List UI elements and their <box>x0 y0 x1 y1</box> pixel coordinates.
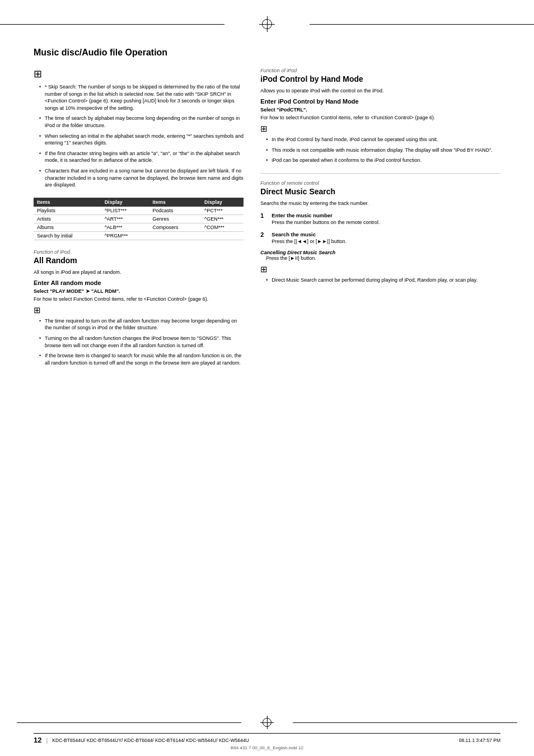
left-column: ⊞ * Skip Search: The number of songs to … <box>34 68 243 372</box>
step-1-desc: Press the number buttons on the remote c… <box>271 219 500 226</box>
step-2-title: Search the music <box>271 231 500 238</box>
list-item: Characters that are included in a song n… <box>39 167 243 189</box>
ipod-control-bullets: In the iPod Control by hand mode, iPod c… <box>260 136 500 164</box>
step-1: 1 Enter the music number Press the numbe… <box>260 212 500 226</box>
step-number-1: 1 <box>260 212 268 226</box>
step-1-title: Enter the music number <box>271 212 500 219</box>
note-icon-right: ⊞ <box>260 124 500 134</box>
all-random-desc: All songs in iPod are played at random. <box>34 269 243 275</box>
list-item: Turning on the all random function chang… <box>39 335 243 349</box>
enter-all-random-subtitle: Select "PLAY MODE" ➤ "ALL RDM". <box>34 288 243 294</box>
timestamp: 08.11.1 3:47:57 PM <box>459 738 500 743</box>
section-divider <box>260 173 500 174</box>
table-row: Artists ^ART*** Genres ^GEN*** <box>34 214 243 223</box>
ipod-control-desc: Allows you to operate iPod with the cont… <box>260 88 500 94</box>
function-label: Function of iPod <box>34 249 243 255</box>
right-column: Function of iPod iPod Control by Hand Mo… <box>260 68 500 372</box>
table-row: Albums ^ALB*** Composers ^COM*** <box>34 223 243 231</box>
direct-music-section: Function of remote control Direct Music … <box>260 180 500 283</box>
ipod-control-title: iPod Control by Hand Mode <box>260 74 500 83</box>
note-icon: ⊞ <box>34 68 243 80</box>
cancelling-title: Cancelling Direct Music Search <box>260 250 500 255</box>
page-number: 12 <box>34 736 41 744</box>
list-item: The time required to turn on the all ran… <box>39 318 243 332</box>
display-table-wrapper: Items Display Items Display Playlists ^P… <box>34 193 243 240</box>
list-item: If the browse item is changed to search … <box>39 352 243 366</box>
list-item: iPod can be operated when it conforms to… <box>266 157 500 164</box>
search-table: Items Display Items Display Playlists ^P… <box>34 198 243 240</box>
direct-music-desc: Searchs the music by entering the track … <box>260 200 500 206</box>
list-item: When selecting an initial in the alphabe… <box>39 133 243 147</box>
step-number-2: 2 <box>260 231 268 245</box>
table-row: Search by initial ^PRGM*** <box>34 231 243 240</box>
all-random-bullets: The time required to turn on the all ran… <box>34 318 243 367</box>
step-2-desc: Press the [|◄◄] or [►►|] button. <box>271 238 500 245</box>
enter-all-random-title: Enter All random mode <box>34 279 243 286</box>
list-item: The time of search by alphabet may becom… <box>39 115 243 129</box>
enter-ipod-title: Enter iPod Control by Hand Mode <box>260 98 500 105</box>
model-numbers: KDC-BT6544U/ KDC-BT6544UY/ KDC-BT6044/ K… <box>52 738 249 743</box>
file-info: B64 431 7 00_00_E_English.indd 12 <box>0 745 534 750</box>
direct-music-title: Direct Music Search <box>260 187 500 196</box>
cancelling-bullets: Direct Music Search cannot be performed … <box>260 277 500 284</box>
step-2: 2 Search the music Press the [|◄◄] or [►… <box>260 231 500 245</box>
note-icon-small: ⊞ <box>34 305 243 315</box>
ipod-control-section: Function of iPod iPod Control by Hand Mo… <box>260 68 500 164</box>
enter-ipod-desc: For how to select Function Control items… <box>260 115 500 120</box>
direct-music-function-label: Function of remote control <box>260 180 500 186</box>
table-row: Playlists ^PLIST*** Podcasts ^PCT*** <box>34 207 243 215</box>
page-title: Music disc/Audio file Operation <box>34 48 500 58</box>
list-item: In the iPod Control by hand mode, iPod c… <box>266 136 500 143</box>
all-random-title: All Random <box>34 256 243 265</box>
bullet-list: * Skip Search: The number of songs to be… <box>34 83 243 189</box>
all-random-section: Function of iPod All Random All songs in… <box>34 249 243 367</box>
list-item: If the first character string begins wit… <box>39 150 243 164</box>
enter-all-random-desc: For how to select Function Control items… <box>34 296 243 302</box>
page: Music disc/Audio file Operation ⊞ * Skip… <box>0 0 534 756</box>
table-header-items: Items <box>34 198 101 207</box>
list-item: * Skip Search: The number of songs to be… <box>39 83 243 111</box>
ipod-function-label: Function of iPod <box>260 68 500 73</box>
enter-ipod-subtitle: Select "iPodCTRL". <box>260 107 500 113</box>
note-icon-direct: ⊞ <box>260 264 500 274</box>
list-item: Direct Music Search cannot be performed … <box>266 277 500 284</box>
list-item: This mode is not compatible with music i… <box>266 147 500 154</box>
table-header-items2: Items <box>149 198 201 207</box>
table-header-display2: Display <box>201 198 243 207</box>
table-header-display: Display <box>101 198 149 207</box>
cancelling-desc: Press the [►II] button. <box>260 255 500 261</box>
